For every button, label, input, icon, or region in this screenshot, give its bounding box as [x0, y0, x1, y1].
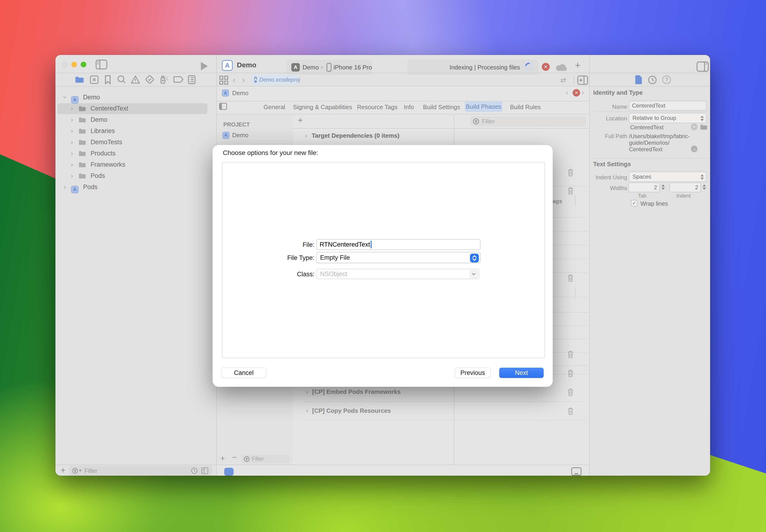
disclosure-chevron-icon[interactable]: › — [71, 139, 73, 145]
close-button[interactable] — [62, 62, 68, 67]
clear-location-icon[interactable]: ✕ — [691, 124, 698, 130]
scheme-device-label[interactable]: iPhone 16 Pro — [333, 64, 372, 71]
choose-folder-icon[interactable] — [700, 124, 708, 130]
tab-signing-capabilities[interactable]: Signing & Capabilities — [293, 104, 352, 111]
navigator-filter-field[interactable]: Filter — [69, 466, 212, 476]
breakpoints-icon[interactable] — [173, 76, 183, 83]
tab-width-stepper[interactable] — [662, 184, 665, 190]
add-file-icon[interactable]: + — [61, 465, 65, 475]
bookmarks-icon[interactable] — [104, 75, 111, 84]
disclosure-chevron-icon[interactable]: › — [62, 96, 68, 98]
location-popup[interactable]: Relative to Group — [629, 113, 707, 123]
project-navigator-icon[interactable] — [75, 76, 84, 83]
find-icon[interactable] — [117, 75, 126, 84]
add-toolbar-icon[interactable]: + — [575, 60, 580, 71]
tab-general[interactable]: General — [263, 104, 285, 111]
disclosure-chevron-icon[interactable]: › — [71, 128, 73, 134]
disclosure-chevron-icon[interactable]: › — [305, 132, 307, 139]
tree-row-libraries[interactable]: › Libraries — [71, 127, 115, 135]
swap-editor-icon[interactable]: ⇄ — [561, 76, 566, 84]
add-target-icon[interactable]: + — [220, 454, 225, 463]
delete-phase-icon[interactable] — [567, 388, 574, 396]
recent-files-clock-icon[interactable] — [191, 467, 197, 474]
project-row-demo[interactable]: A Demo — [222, 132, 248, 139]
error-count-badge[interactable]: ✕ — [542, 63, 550, 71]
disclosure-chevron-icon[interactable]: › — [64, 184, 66, 190]
forward-navigation-icon[interactable]: › — [242, 75, 245, 85]
tab-info[interactable]: Info — [404, 104, 414, 111]
tree-row-pods-project[interactable]: › A Pods — [64, 183, 97, 193]
delete-phase-icon[interactable] — [567, 187, 574, 195]
phases-filter-field[interactable]: Filter — [470, 116, 586, 126]
inspector-section-header: Identity and Type — [593, 89, 643, 96]
tree-row-frameworks[interactable]: › Frameworks — [71, 161, 125, 168]
phase-embed-pods-frameworks[interactable]: [CP] Embed Pods Frameworks — [312, 388, 401, 395]
cancel-button[interactable]: Cancel — [221, 368, 266, 378]
disclosure-chevron-icon[interactable]: › — [306, 388, 308, 395]
zoom-button[interactable] — [81, 62, 86, 67]
indent-width-stepper[interactable] — [703, 184, 706, 190]
tree-row-demotests[interactable]: › DemoTests — [71, 139, 122, 146]
disclosure-chevron-icon[interactable]: › — [71, 105, 73, 112]
class-combobox[interactable]: NSObject — [316, 269, 479, 279]
disclosure-chevron-icon[interactable]: › — [71, 116, 73, 123]
delete-phase-icon[interactable] — [567, 407, 574, 415]
tree-row-demo-project[interactable]: › A Demo — [64, 94, 100, 104]
reports-icon[interactable] — [188, 75, 196, 84]
open-path-arrow-icon[interactable]: → — [691, 146, 698, 152]
indent-width-field[interactable]: 2 — [669, 183, 701, 192]
related-items-grid-icon[interactable] — [219, 75, 228, 85]
issue-forward-icon[interactable]: › — [582, 88, 584, 97]
file-inspector-icon[interactable] — [635, 75, 642, 84]
tree-row-demo-group[interactable]: › Demo — [71, 116, 107, 123]
tab-build-rules[interactable]: Build Rules — [510, 104, 541, 111]
source-control-icon[interactable] — [90, 75, 98, 84]
delete-phase-icon[interactable] — [567, 274, 574, 282]
source-control-status-icon[interactable] — [201, 467, 208, 474]
help-inspector-icon[interactable]: ? — [662, 75, 671, 84]
delete-phase-icon[interactable] — [567, 369, 574, 377]
tab-demo-xcodeproj[interactable]: A Demo.xcodeproj — [251, 75, 298, 85]
minimize-button[interactable] — [71, 62, 77, 67]
toggle-project-column-icon[interactable] — [219, 103, 227, 110]
tree-row-pods-group[interactable]: › Pods — [71, 172, 105, 180]
add-build-phase-icon[interactable]: + — [298, 115, 303, 125]
disclosure-chevron-icon[interactable]: › — [306, 407, 308, 414]
toggle-sidebar-icon[interactable] — [96, 60, 107, 69]
file-type-popup[interactable]: Empty File — [316, 252, 481, 263]
device-preview-icon[interactable] — [571, 467, 582, 476]
run-button[interactable] — [201, 62, 208, 70]
issue-back-icon[interactable]: ‹ — [566, 88, 568, 97]
jumpbar-item[interactable]: Demo — [232, 90, 248, 97]
back-navigation-icon[interactable]: ‹ — [233, 75, 236, 85]
wrap-lines-checkbox[interactable]: ✓ — [631, 200, 637, 206]
previous-button[interactable]: Previous — [455, 368, 491, 378]
indent-using-popup[interactable]: Spaces — [629, 172, 707, 182]
remove-target-icon[interactable]: − — [232, 453, 237, 462]
phase-target-dependencies[interactable]: Target Dependencies (0 items) — [312, 132, 400, 139]
delete-phase-icon[interactable] — [567, 350, 574, 358]
tab-build-settings[interactable]: Build Settings — [423, 104, 460, 111]
scheme-target-label[interactable]: Demo — [302, 64, 319, 71]
history-inspector-icon[interactable] — [648, 75, 657, 84]
targets-filter-field[interactable]: Filter — [241, 455, 290, 464]
file-name-input[interactable]: RTNCenteredText — [316, 239, 481, 250]
tests-icon[interactable] — [145, 75, 154, 84]
disclosure-chevron-icon[interactable]: › — [71, 173, 73, 179]
add-editor-icon[interactable] — [577, 75, 588, 85]
tab-resource-tags[interactable]: Resource Tags — [357, 104, 398, 111]
phase-copy-pods-resources[interactable]: [CP] Copy Pods Resources — [312, 407, 391, 414]
delete-phase-icon[interactable] — [567, 169, 574, 176]
debug-navigator-icon[interactable] — [159, 75, 169, 84]
tree-row-products[interactable]: › Products — [71, 150, 115, 157]
name-field[interactable]: CenteredText — [629, 101, 707, 111]
jumpbar-error-badge[interactable]: ✕ — [573, 89, 580, 97]
disclosure-chevron-icon[interactable]: › — [71, 150, 73, 157]
next-button[interactable]: Next — [499, 368, 544, 378]
tab-build-phases[interactable]: Build Phases — [465, 101, 503, 112]
issues-icon[interactable] — [131, 75, 140, 84]
tree-row-centeredtext[interactable]: › CenteredText — [71, 105, 128, 112]
tab-width-field[interactable]: 2 — [628, 183, 660, 192]
disclosure-chevron-icon[interactable]: › — [71, 161, 73, 168]
editor-layout-icon[interactable] — [697, 61, 709, 72]
